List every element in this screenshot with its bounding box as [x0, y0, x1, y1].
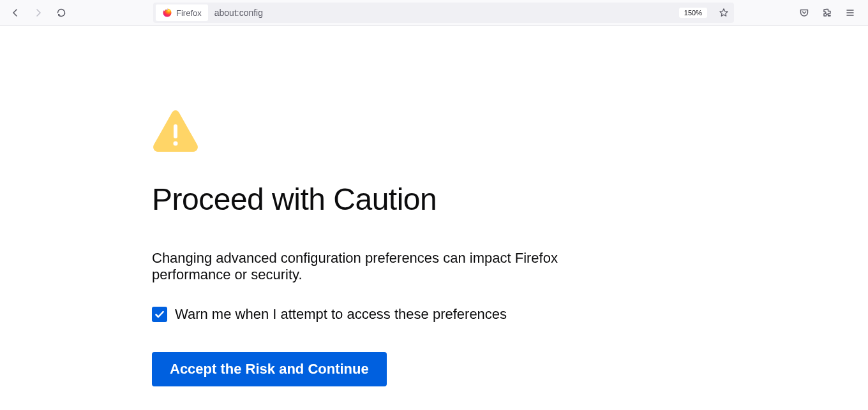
svg-rect-1 — [174, 124, 177, 138]
pocket-button[interactable] — [794, 3, 814, 23]
url-text: about:config — [214, 8, 674, 18]
firefox-logo-icon — [162, 8, 172, 18]
bookmark-star-button[interactable] — [715, 4, 733, 22]
browser-toolbar: Firefox about:config 150% — [0, 0, 868, 26]
extensions-button[interactable] — [817, 3, 837, 23]
zoom-badge[interactable]: 150% — [679, 8, 707, 18]
warn-checkbox[interactable] — [152, 307, 167, 322]
identity-box[interactable]: Firefox — [156, 4, 208, 21]
warning-description: Changing advanced configuration preferen… — [152, 250, 606, 283]
warning-triangle-icon — [152, 109, 606, 156]
url-bar[interactable]: Firefox about:config 150% — [153, 3, 734, 23]
reload-button[interactable] — [51, 3, 71, 23]
warning-content: Proceed with Caution Changing advanced c… — [0, 26, 606, 386]
menu-button[interactable] — [840, 3, 860, 23]
checkbox-row: Warn me when I attempt to access these p… — [152, 306, 606, 323]
accept-risk-button[interactable]: Accept the Risk and Continue — [152, 352, 387, 386]
checkbox-label: Warn me when I attempt to access these p… — [175, 306, 507, 323]
back-button[interactable] — [5, 3, 26, 23]
forward-button[interactable] — [28, 3, 49, 23]
svg-point-2 — [174, 142, 178, 146]
identity-label: Firefox — [176, 8, 202, 18]
page-title: Proceed with Caution — [152, 182, 606, 217]
